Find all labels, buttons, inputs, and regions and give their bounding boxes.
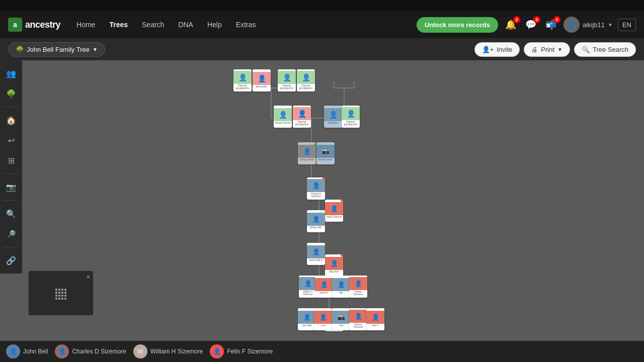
unlock-button[interactable]: Unlock more records [417, 17, 498, 33]
print-chevron-icon: ▼ [557, 47, 562, 52]
person-card[interactable]: 👤 Taft [332, 276, 350, 298]
person-card[interactable]: 👤 Paternal grandparents [342, 106, 360, 128]
person-card[interactable]: 👤 add mother [253, 69, 271, 92]
sidebar-share-icon[interactable]: 🔗 [2, 251, 20, 269]
nav-search[interactable]: Search [136, 17, 170, 33]
nav-links: Home Trees Search DNA Help Extras [70, 17, 417, 33]
username-label: aikijb11 [583, 21, 605, 29]
bottom-person-3[interactable]: W William H Sizemore [133, 344, 203, 358]
person-name-felin: Felin F Sizemore [227, 348, 273, 355]
nav-dna[interactable]: DNA [172, 17, 199, 33]
sidebar-divider-3 [4, 200, 19, 201]
left-sidebar: 👥 🌳 🏠 ↩ ⊞ 📷 🔍 🔎 🔗 [0, 60, 22, 274]
logo-text: ancestry [25, 20, 60, 30]
person-card[interactable]: 👤 Sarah Johnson [325, 200, 343, 222]
inbox-button[interactable]: 📬 0 [543, 17, 558, 32]
print-button[interactable]: 🖨 Print ▼ [524, 42, 570, 57]
tree-selector-button[interactable]: 🌳 John Bell Family Tree ▼ [8, 42, 105, 57]
message-badge: 0 [533, 16, 540, 23]
person-card[interactable]: 👤 Paternal grandparents [233, 69, 252, 92]
sidebar-divider-2 [4, 173, 19, 174]
user-menu[interactable]: 👤 aikijb11 ▼ [564, 17, 613, 33]
sidebar-people-icon[interactable]: 👥 [2, 64, 20, 82]
person-card[interactable]: 📷 Oral [332, 308, 350, 330]
toolbar-right: 👤+ Invite 🖨 Print ▼ 🔍 Tree Search [474, 42, 636, 57]
minimap-content [33, 277, 89, 311]
person-card[interactable]: 👤 George James [298, 142, 316, 164]
person-card[interactable]: 👤 add father [324, 106, 342, 128]
person-avatar-felin: 👤 [210, 344, 224, 358]
dropdown-chevron-icon: ▼ [93, 47, 98, 52]
nav-extras[interactable]: Extras [230, 17, 262, 33]
nav-home[interactable]: Home [70, 17, 101, 33]
navbar: a ancestry Home Trees Search DNA Help Ex… [0, 11, 644, 38]
search-icon: 🔍 [582, 46, 590, 53]
nav-trees[interactable]: Trees [103, 17, 134, 33]
person-avatar-john: 👤 [6, 344, 20, 358]
invite-button[interactable]: 👤+ Invite [474, 42, 520, 57]
logo[interactable]: a ancestry [8, 18, 60, 32]
tree-search-button[interactable]: 🔍 Tree Search [574, 42, 636, 57]
person-card[interactable]: 👤 James Bell Sr [307, 243, 325, 265]
sidebar-zoom-out-icon[interactable]: 🔎 [2, 225, 20, 243]
person-card[interactable]: 👤 William H Sizemore [299, 276, 317, 298]
chevron-down-icon: ▼ [608, 22, 613, 28]
notifications-button[interactable]: 🔔 2 [503, 17, 518, 32]
tree-canvas[interactable]: 👤 Paternal grandparents 👤 add mother 👤 P… [22, 60, 644, 341]
sidebar-divider-4 [4, 247, 19, 247]
sidebar-zoom-in-icon[interactable]: 🔍 [2, 205, 20, 223]
person-card[interactable]: 👤 Nannie Sizemore [349, 308, 367, 330]
person-card[interactable]: 👤 Mary Ann [325, 254, 343, 277]
person-avatar-charles: 👤 [55, 344, 69, 358]
sidebar-history-icon[interactable]: ↩ [2, 131, 20, 149]
person-card[interactable]: 👤 Charles D Sizemore [307, 177, 325, 200]
person-card[interactable]: 👤 Paternal grandparents [278, 69, 296, 92]
person-name-charles: Charles D Sizemore [72, 348, 126, 355]
sidebar-photo-icon[interactable]: 📷 [2, 178, 20, 196]
sidebar-home-icon[interactable]: 🏠 [2, 111, 20, 129]
avatar: 👤 [564, 17, 580, 33]
bottom-bar: 👤 John Bell 👤 Charles D Sizemore W Willi… [0, 341, 644, 362]
logo-icon: a [8, 18, 22, 32]
inbox-badge: 0 [553, 16, 560, 23]
person-card[interactable]: 📷 Parents photo [316, 142, 335, 164]
notification-badge: 2 [513, 16, 520, 23]
person-name-william: William H Sizemore [150, 348, 203, 355]
person-card[interactable]: 👤 Felin F [366, 308, 384, 330]
minimap: × [28, 270, 94, 316]
person-name-john: John Bell [23, 348, 48, 355]
person-card[interactable]: 👤 John Bell [298, 308, 316, 330]
print-icon: 🖨 [531, 46, 538, 53]
bottom-person-2[interactable]: 👤 Charles D Sizemore [55, 344, 126, 358]
sidebar-divider-1 [4, 107, 19, 107]
invite-icon: 👤+ [482, 46, 494, 53]
language-selector[interactable]: EN [618, 19, 636, 31]
sidebar-layers-icon[interactable]: ⊞ [2, 151, 20, 169]
nav-right: Unlock more records 🔔 2 💬 0 📬 0 👤 aikijb… [417, 17, 636, 33]
top-bar [0, 0, 644, 11]
messages-button[interactable]: 💬 0 [523, 17, 538, 32]
bottom-person-4[interactable]: 👤 Felin F Sizemore [210, 344, 273, 358]
person-card[interactable]: 👤 Sarah D [315, 276, 333, 298]
sidebar-tree-icon[interactable]: 🌳 [2, 84, 20, 103]
person-card[interactable]: 👤 George Samuel [274, 106, 292, 128]
tree-icon: 🌳 [16, 46, 24, 53]
tree-name-label: John Bell Family Tree [27, 46, 90, 53]
nav-help[interactable]: Help [201, 17, 228, 33]
person-card[interactable]: 👤 Lula [314, 308, 332, 330]
person-card[interactable]: 👤 Paternal grandparents [293, 106, 311, 128]
person-avatar-william: W [133, 344, 147, 358]
toolbar: 🌳 John Bell Family Tree ▼ 👤+ Invite 🖨 Pr… [0, 38, 644, 60]
bottom-person-1[interactable]: 👤 John Bell [6, 344, 48, 358]
person-card[interactable]: 👤 Fannie Sizemore [349, 276, 367, 298]
person-card[interactable]: 👤 William Bell [307, 210, 325, 232]
person-card[interactable]: 👤 Paternal grandparents [297, 69, 315, 92]
